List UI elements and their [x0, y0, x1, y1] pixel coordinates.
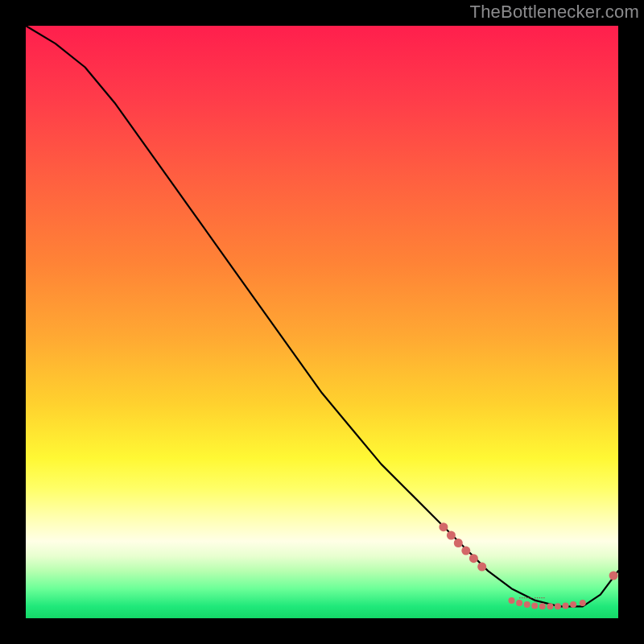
plot-area: ······ ····· — [26, 26, 618, 618]
markers-tip — [609, 572, 618, 580]
marker-dot — [563, 603, 569, 609]
marker-dot — [454, 539, 463, 547]
bottleneck-curve — [26, 26, 618, 606]
marker-dot — [570, 601, 576, 608]
marker-dot — [555, 603, 561, 609]
marker-dot — [580, 600, 586, 606]
marker-dot — [524, 601, 530, 608]
marker-dot — [509, 597, 515, 604]
marker-dot — [609, 572, 618, 580]
marker-dot — [461, 547, 470, 555]
valley-cluster-label: ······ ····· — [519, 594, 546, 601]
marker-dot — [469, 554, 478, 563]
curve-svg: ······ ····· — [26, 26, 618, 618]
attribution-label: TheBottlenecker.com — [470, 2, 639, 23]
marker-dot — [547, 603, 553, 609]
marker-dot — [531, 603, 538, 609]
marker-dot — [539, 603, 546, 609]
marker-dot — [477, 563, 486, 572]
chart-canvas: TheBottlenecker.com ······ ····· — [0, 0, 644, 644]
marker-dot — [439, 522, 448, 531]
marker-dot — [447, 531, 456, 540]
